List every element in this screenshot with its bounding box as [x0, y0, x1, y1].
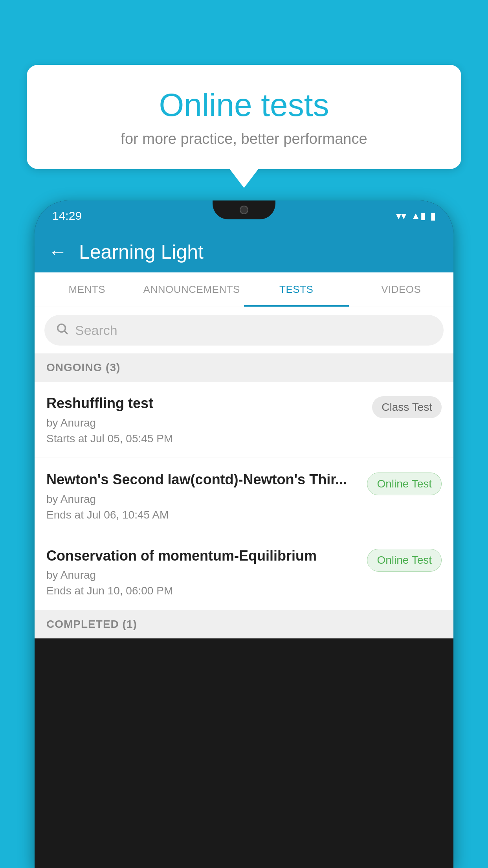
test-date: Ends at Jun 10, 06:00 PM [46, 585, 359, 597]
speech-bubble: Online tests for more practice, better p… [27, 65, 461, 169]
search-icon [55, 322, 69, 338]
tab-announcements[interactable]: ANNOUNCEMENTS [139, 272, 244, 307]
completed-section-header: COMPLETED (1) [35, 610, 453, 638]
test-item[interactable]: Newton's Second law(contd)-Newton's Thir… [35, 458, 453, 534]
tab-ments[interactable]: MENTS [35, 272, 139, 307]
test-name: Reshuffling test [46, 394, 364, 413]
app-title: Learning Light [79, 241, 204, 263]
search-container: Search [35, 307, 453, 353]
test-item[interactable]: Reshuffling test by Anurag Starts at Jul… [35, 382, 453, 458]
tab-videos[interactable]: VIDEOS [349, 272, 454, 307]
wifi-icon: ▾▾ [396, 210, 406, 222]
search-placeholder: Search [75, 323, 117, 338]
test-item[interactable]: Conservation of momentum-Equilibrium by … [35, 534, 453, 611]
tabs-bar: MENTS ANNOUNCEMENTS TESTS VIDEOS [35, 272, 453, 307]
status-time: 14:29 [52, 209, 82, 223]
test-info: Newton's Second law(contd)-Newton's Thir… [46, 471, 359, 521]
tab-tests[interactable]: TESTS [244, 272, 349, 307]
test-date: Ends at Jul 06, 10:45 AM [46, 509, 359, 521]
test-author: by Anurag [46, 569, 359, 581]
svg-line-1 [65, 331, 67, 334]
app-header: ← Learning Light [35, 231, 453, 272]
camera [240, 206, 248, 214]
status-bar: 14:29 ▾▾ ▲▮ ▮ [35, 200, 453, 231]
completed-section-title: COMPLETED (1) [46, 618, 137, 630]
test-date: Starts at Jul 05, 05:45 PM [46, 432, 364, 445]
test-info: Conservation of momentum-Equilibrium by … [46, 547, 359, 598]
bubble-title: Online tests [50, 86, 438, 123]
test-info: Reshuffling test by Anurag Starts at Jul… [46, 394, 364, 445]
test-badge-online: Online Test [367, 549, 442, 572]
test-badge-online: Online Test [367, 473, 442, 495]
back-button[interactable]: ← [48, 243, 67, 261]
battery-icon: ▮ [430, 210, 436, 222]
test-badge-class: Class Test [372, 396, 442, 418]
test-list: Reshuffling test by Anurag Starts at Jul… [35, 382, 453, 610]
signal-icon: ▲▮ [411, 210, 426, 221]
search-bar[interactable]: Search [44, 315, 444, 346]
ongoing-section-header: ONGOING (3) [35, 353, 453, 382]
bubble-subtitle: for more practice, better performance [50, 131, 438, 147]
test-author: by Anurag [46, 493, 359, 506]
test-name: Newton's Second law(contd)-Newton's Thir… [46, 471, 359, 489]
phone-content: Search ONGOING (3) Reshuffling test by A… [35, 307, 453, 638]
notch [213, 200, 275, 219]
status-icons: ▾▾ ▲▮ ▮ [396, 210, 436, 222]
ongoing-section-title: ONGOING (3) [46, 361, 120, 373]
phone-frame: 14:29 ▾▾ ▲▮ ▮ ← Learning Light MENTS ANN… [35, 200, 453, 868]
test-author: by Anurag [46, 417, 364, 429]
test-name: Conservation of momentum-Equilibrium [46, 547, 359, 565]
